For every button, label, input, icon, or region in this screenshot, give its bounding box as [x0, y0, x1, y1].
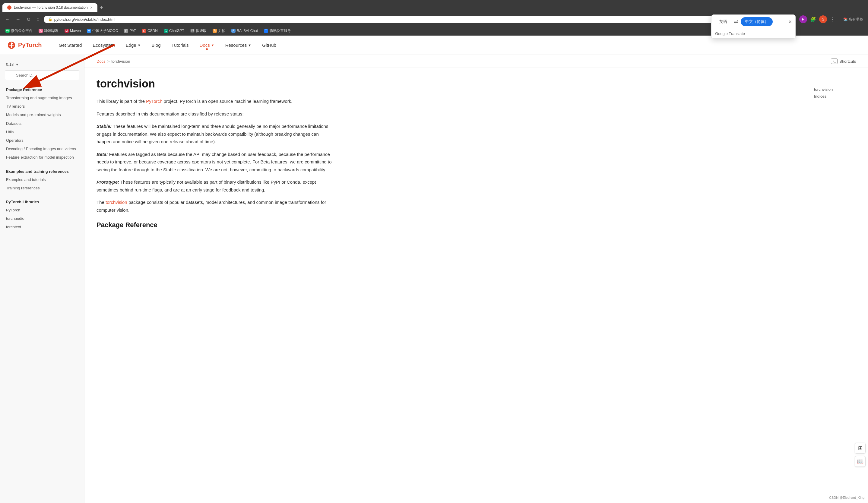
shortcuts-button[interactable]: >_ Shortcuts	[831, 59, 856, 64]
breadcrumb-bar: Docs > torchvision >_ Shortcuts	[84, 55, 868, 68]
version-arrow-icon: ▼	[16, 63, 19, 66]
nav-github[interactable]: GitHub	[257, 40, 281, 50]
extensions-icon[interactable]: 🧩	[808, 15, 818, 23]
back-btn[interactable]: ←	[3, 15, 11, 23]
expand-float-btn[interactable]: ⊞	[855, 443, 866, 453]
sidebar-link-transforms[interactable]: Transforming and augmenting images	[0, 94, 84, 102]
bookmark-maven[interactable]: M Maven	[62, 28, 83, 33]
likuo-icon: 力	[213, 29, 217, 33]
mooc-icon: M	[87, 29, 91, 33]
bookmark-label: 力扣	[218, 28, 225, 33]
pytorch-link[interactable]: PyTorch	[146, 98, 162, 104]
profile-icon[interactable]: P	[799, 15, 807, 23]
prototype-text: These features are typically not availab…	[96, 179, 316, 192]
tab-close[interactable]: ×	[90, 5, 93, 10]
logo-text: PyTorch	[18, 42, 42, 49]
examples-title: Examples and training references	[0, 167, 84, 176]
sidebar-link-feature-extraction[interactable]: Feature extraction for model inspection	[0, 153, 84, 161]
forward-btn[interactable]: →	[14, 15, 22, 23]
url-text: pytorch.org/vision/stable/index.html	[54, 17, 115, 22]
bookmark-nixiqu[interactable]: 拟 拟虚取	[188, 28, 209, 34]
sidebar-link-datasets[interactable]: Datasets	[0, 119, 84, 128]
sidebar-link-pytorch[interactable]: PyTorch	[0, 206, 84, 214]
translate-header: 英语 ⇌ 中文（简体） ×	[712, 15, 795, 29]
sidebar-link-examples-tutorials[interactable]: Examples and tutorials	[0, 176, 84, 184]
toc-indices[interactable]: Indices	[814, 93, 862, 100]
sidebar: 0.18 ▼ 🔍 Package Reference Transforming …	[0, 55, 84, 503]
new-tab-btn[interactable]: +	[97, 4, 106, 11]
user-icon[interactable]: S	[819, 15, 827, 23]
bookmark-baichat[interactable]: B BAi BAI Chat	[229, 28, 260, 33]
csdn-icon: C	[142, 29, 146, 33]
search-input[interactable]	[5, 70, 79, 80]
nav-get-started[interactable]: Get Started	[54, 40, 87, 50]
bookmark-mooc[interactable]: M 中国大学MOOC	[84, 28, 120, 34]
bookmark-pat[interactable]: P PAT	[122, 28, 138, 33]
bookmark-likuo[interactable]: 力 力扣	[210, 28, 228, 34]
menu-icon[interactable]: ⋮	[828, 15, 837, 23]
nav-tutorials[interactable]: Tutorials	[167, 40, 194, 50]
nav-blog[interactable]: Blog	[147, 40, 166, 50]
article-scroll-area: torchvision This library is part of the …	[84, 68, 808, 503]
sidebar-link-tvtensors[interactable]: TVTensors	[0, 102, 84, 111]
bookmark-bilibili[interactable]: B 哔哩哔哩	[36, 28, 61, 34]
content-area: 0.18 ▼ 🔍 Package Reference Transforming …	[0, 55, 868, 503]
bookmark-label: 腾讯位置服务	[269, 28, 291, 33]
lang-zh-btn[interactable]: 中文（简体）	[741, 17, 773, 26]
sidebar-link-models[interactable]: Models and pre-trained weights	[0, 111, 84, 119]
nav-ecosystem[interactable]: Ecosystem	[88, 40, 120, 50]
package-intro-para: The torchvision package consists of popu…	[96, 198, 332, 214]
bookmark-chatgpt[interactable]: G ChatGPT	[161, 28, 187, 33]
breadcrumb-separator: >	[107, 59, 110, 64]
bookmark-label: BAi BAI Chat	[237, 29, 258, 33]
search-wrapper: 🔍	[5, 70, 79, 80]
main-panel: Docs > torchvision >_ Shortcuts torchvis…	[84, 55, 868, 503]
sidebar-link-decoding[interactable]: Decoding / Encoding images and videos	[0, 145, 84, 153]
version-selector[interactable]: 0.18 ▼	[0, 60, 84, 70]
bookmark-csdn[interactable]: C CSDN	[140, 28, 160, 33]
site-logo[interactable]: PyTorch	[7, 41, 42, 50]
active-tab[interactable]: torchvision — Torchvision 0.18 documenta…	[2, 3, 97, 12]
package-ref-heading: Package Reference	[96, 221, 332, 229]
spacer-1	[0, 162, 84, 167]
article-title: torchvision	[96, 77, 332, 90]
nav-links: Get Started Ecosystem Edge ▼ Blog Tutori…	[54, 40, 861, 50]
breadcrumb: Docs > torchvision	[96, 59, 130, 64]
address-bar[interactable]: 🔒 pytorch.org/vision/stable/index.html	[44, 16, 776, 23]
refresh-btn[interactable]: ↻	[25, 15, 32, 23]
tab-favicon	[7, 6, 11, 10]
nav-docs-wrapper: Docs ▼	[195, 40, 219, 50]
svg-point-1	[12, 43, 13, 44]
tencent-icon: T	[264, 29, 268, 33]
nav-edge[interactable]: Edge ▼	[121, 40, 146, 50]
bookmark-label: ChatGPT	[169, 29, 184, 33]
bookmarks-btn[interactable]: 📚 所有书签	[841, 16, 865, 23]
book-float-btn[interactable]: 📖	[855, 456, 866, 467]
bookmark-tencent[interactable]: T 腾讯位置服务	[261, 28, 293, 34]
sidebar-link-operators[interactable]: Operators	[0, 136, 84, 145]
package-reference-title: Package Reference	[0, 85, 84, 94]
resources-arrow-icon: ▼	[248, 43, 251, 47]
toc-torchvision[interactable]: torchvision	[814, 86, 862, 93]
sidebar-link-utils[interactable]: Utils	[0, 128, 84, 136]
prototype-label: Prototype:	[96, 179, 119, 185]
toolbar-sep: |	[838, 17, 840, 22]
chatgpt-icon: G	[164, 29, 168, 33]
page-wrapper: PyTorch Get Started Ecosystem Edge ▼ Blo…	[0, 35, 868, 503]
nav-resources[interactable]: Resources ▼	[220, 40, 256, 50]
baichat-icon: B	[231, 29, 236, 33]
bookmark-weixin[interactable]: W 微信公众平台	[3, 28, 35, 34]
breadcrumb-docs-link[interactable]: Docs	[96, 59, 105, 64]
sidebar-link-torchaudio[interactable]: torchaudio	[0, 214, 84, 223]
translate-service-label: Google Translate	[712, 29, 795, 38]
sidebar-link-torchtext[interactable]: torchtext	[0, 223, 84, 231]
translate-arrow: ⇌	[734, 18, 738, 25]
bookmark-label: 拟虚取	[196, 28, 207, 33]
home-btn[interactable]: ⌂	[35, 15, 41, 23]
torchvision-link[interactable]: torchvision	[105, 200, 127, 205]
tab-bar: torchvision — Torchvision 0.18 documenta…	[0, 0, 868, 13]
bookmark-label: PAT	[130, 29, 136, 33]
translate-close-btn[interactable]: ×	[788, 19, 792, 25]
lang-en-btn[interactable]: 英语	[715, 17, 731, 26]
sidebar-link-training-references[interactable]: Training references	[0, 184, 84, 192]
